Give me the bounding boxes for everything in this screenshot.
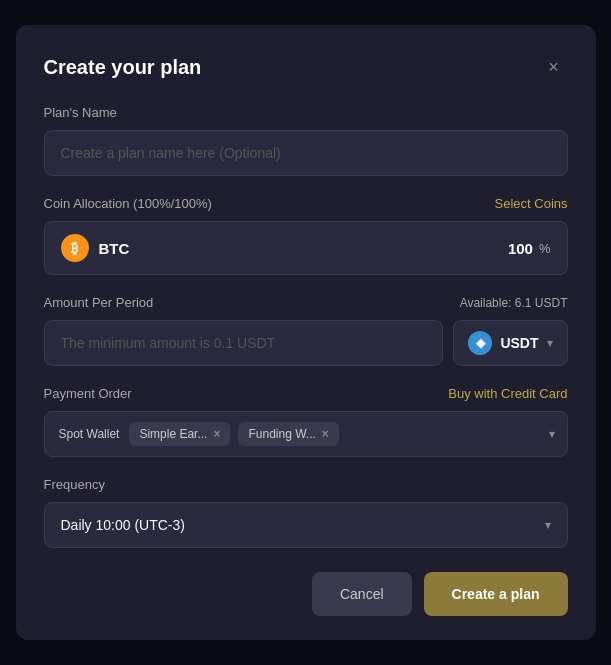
- usdt-icon: ◈: [468, 331, 492, 355]
- select-coins-link[interactable]: Select Coins: [495, 196, 568, 211]
- frequency-chevron-icon: ▾: [545, 518, 551, 532]
- modal-dialog: Create your plan × Plan's Name Coin Allo…: [16, 25, 596, 640]
- plan-name-label-row: Plan's Name: [44, 105, 568, 120]
- cancel-button[interactable]: Cancel: [312, 572, 412, 616]
- coin-percentage: 100: [508, 240, 533, 257]
- coin-allocation-label-row: Coin Allocation (100%/100%) Select Coins: [44, 196, 568, 211]
- frequency-dropdown[interactable]: Daily 10:00 (UTC-3) ▾: [44, 502, 568, 548]
- amount-input-row: ◈ USDT ▾: [44, 320, 568, 366]
- close-button[interactable]: ×: [540, 53, 568, 81]
- currency-chevron-icon: ▾: [547, 336, 553, 350]
- overlay: Create your plan × Plan's Name Coin Allo…: [0, 0, 611, 665]
- available-balance: Available: 6.1 USDT: [460, 296, 568, 310]
- payment-label-row: Payment Order Buy with Credit Card: [44, 386, 568, 401]
- coin-allocation-label: Coin Allocation (100%/100%): [44, 196, 212, 211]
- modal-title: Create your plan: [44, 56, 202, 79]
- plan-name-section: Plan's Name: [44, 105, 568, 176]
- funding-wallet-remove-button[interactable]: ×: [322, 427, 329, 441]
- frequency-label: Frequency: [44, 477, 105, 492]
- amount-input[interactable]: [44, 320, 444, 366]
- funding-wallet-tag: Funding W... ×: [238, 422, 338, 446]
- payment-tags-container[interactable]: Spot Wallet Simple Ear... × Funding W...…: [44, 411, 568, 457]
- amount-label: Amount Per Period: [44, 295, 154, 310]
- frequency-label-row: Frequency: [44, 477, 568, 492]
- coin-allocation-section: Coin Allocation (100%/100%) Select Coins…: [44, 196, 568, 275]
- btc-icon-letter: ₿: [71, 240, 78, 256]
- payment-order-section: Payment Order Buy with Credit Card Spot …: [44, 386, 568, 457]
- coin-unit: %: [539, 241, 551, 256]
- coin-symbol: BTC: [99, 240, 508, 257]
- simple-earn-tag: Simple Ear... ×: [129, 422, 230, 446]
- simple-earn-remove-button[interactable]: ×: [213, 427, 220, 441]
- frequency-section: Frequency Daily 10:00 (UTC-3) ▾: [44, 477, 568, 548]
- plan-name-label: Plan's Name: [44, 105, 117, 120]
- coin-row: ₿ BTC 100 %: [44, 221, 568, 275]
- amount-per-period-section: Amount Per Period Available: 6.1 USDT ◈ …: [44, 295, 568, 366]
- frequency-value: Daily 10:00 (UTC-3): [61, 517, 185, 533]
- currency-selector[interactable]: ◈ USDT ▾: [453, 320, 567, 366]
- create-plan-button[interactable]: Create a plan: [424, 572, 568, 616]
- modal-header: Create your plan ×: [44, 53, 568, 81]
- currency-name: USDT: [500, 335, 538, 351]
- modal-footer: Cancel Create a plan: [44, 572, 568, 616]
- funding-wallet-label: Funding W...: [248, 427, 315, 441]
- btc-icon: ₿: [61, 234, 89, 262]
- plan-name-input[interactable]: [44, 130, 568, 176]
- amount-label-row: Amount Per Period Available: 6.1 USDT: [44, 295, 568, 310]
- payment-order-chevron-icon: ▾: [549, 427, 555, 441]
- simple-earn-label: Simple Ear...: [139, 427, 207, 441]
- payment-order-label: Payment Order: [44, 386, 132, 401]
- usdt-icon-letter: ◈: [476, 336, 485, 350]
- buy-credit-card-link[interactable]: Buy with Credit Card: [448, 386, 567, 401]
- spot-wallet-tag: Spot Wallet: [57, 422, 122, 446]
